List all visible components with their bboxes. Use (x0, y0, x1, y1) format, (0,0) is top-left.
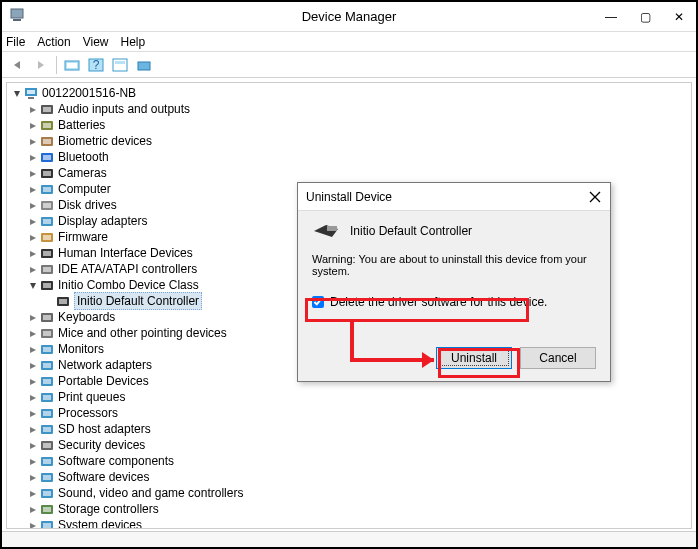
expand-toggle[interactable]: ▸ (27, 229, 39, 245)
node-label: Print queues (58, 389, 125, 405)
tree-node[interactable]: ▸ Batteries (11, 117, 687, 133)
properties-button[interactable] (109, 55, 131, 75)
tree-node[interactable]: ▸ Sound, video and game controllers (11, 485, 687, 501)
expand-toggle[interactable]: ▸ (27, 373, 39, 389)
forward-button[interactable] (30, 55, 52, 75)
svg-rect-17 (43, 139, 51, 144)
svg-rect-61 (43, 491, 51, 496)
category-icon (39, 373, 55, 389)
category-icon (39, 197, 55, 213)
expand-toggle[interactable]: ▸ (27, 245, 39, 261)
dialog-close-button[interactable] (584, 187, 606, 207)
node-label: Processors (58, 405, 118, 421)
expand-toggle[interactable]: ▸ (27, 117, 39, 133)
minimize-button[interactable]: — (594, 2, 628, 32)
menu-view[interactable]: View (83, 35, 109, 49)
node-label: IDE ATA/ATAPI controllers (58, 261, 197, 277)
svg-rect-39 (43, 315, 51, 320)
close-button[interactable]: ✕ (662, 2, 696, 32)
expand-toggle[interactable]: ▸ (27, 309, 39, 325)
menu-help[interactable]: Help (121, 35, 146, 49)
tree-node[interactable]: ▸ Cameras (11, 165, 687, 181)
node-label: Software devices (58, 469, 149, 485)
node-label: Security devices (58, 437, 145, 453)
expand-toggle[interactable]: ▸ (27, 405, 39, 421)
expand-toggle[interactable]: ▸ (27, 181, 39, 197)
cancel-button[interactable]: Cancel (520, 347, 596, 369)
expand-toggle[interactable]: ▸ (27, 213, 39, 229)
tree-node[interactable]: ▸ Print queues (11, 389, 687, 405)
tree-node[interactable]: ▸ Bluetooth (11, 149, 687, 165)
expand-toggle[interactable]: ▸ (27, 133, 39, 149)
category-icon (55, 293, 71, 309)
app-icon (8, 6, 26, 24)
expand-toggle[interactable]: ▸ (27, 261, 39, 277)
uninstall-dialog: Uninstall Device Initio Default Controll… (297, 182, 611, 382)
delete-driver-checkbox[interactable] (312, 296, 324, 308)
help-button[interactable]: ? (85, 55, 107, 75)
expand-toggle[interactable]: ▸ (27, 485, 39, 501)
expand-toggle[interactable]: ▸ (27, 437, 39, 453)
expand-toggle[interactable]: ▸ (27, 453, 39, 469)
category-icon (39, 149, 55, 165)
expand-toggle[interactable]: ▸ (27, 357, 39, 373)
expand-toggle[interactable]: ▸ (27, 341, 39, 357)
expand-toggle[interactable]: ▸ (27, 101, 39, 117)
tree-node[interactable]: ▸ Processors (11, 405, 687, 421)
dialog-title-bar: Uninstall Device (298, 183, 610, 211)
node-label: Initio Combo Device Class (58, 277, 199, 293)
node-label: Mice and other pointing devices (58, 325, 227, 341)
node-label: SD host adapters (58, 421, 151, 437)
category-icon (39, 469, 55, 485)
expand-toggle[interactable]: ▸ (27, 197, 39, 213)
menu-bar: File Action View Help (2, 32, 696, 52)
svg-rect-45 (43, 363, 51, 368)
svg-rect-19 (43, 155, 51, 160)
device-manager-window: Device Manager — ▢ ✕ File Action View He… (0, 0, 698, 549)
tree-node[interactable]: ▸ Audio inputs and outputs (11, 101, 687, 117)
tree-node[interactable]: ▸ Security devices (11, 437, 687, 453)
node-label: Initio Default Controller (74, 292, 202, 310)
category-icon (39, 357, 55, 373)
show-hidden-button[interactable] (61, 55, 83, 75)
node-label: Computer (58, 181, 111, 197)
back-button[interactable] (6, 55, 28, 75)
expand-toggle[interactable]: ▾ (27, 277, 39, 293)
svg-rect-49 (43, 395, 51, 400)
window-controls: — ▢ ✕ (594, 2, 696, 32)
expand-toggle[interactable]: ▸ (27, 325, 39, 341)
node-label: Monitors (58, 341, 104, 357)
toolbar-separator (56, 56, 57, 74)
menu-file[interactable]: File (6, 35, 25, 49)
node-label: Storage controllers (58, 501, 159, 517)
expand-toggle[interactable]: ▸ (27, 149, 39, 165)
dialog-title: Uninstall Device (306, 190, 392, 204)
svg-rect-27 (43, 219, 51, 224)
category-icon (39, 437, 55, 453)
tree-node[interactable]: ▸ Biometric devices (11, 133, 687, 149)
expand-toggle[interactable]: ▸ (27, 469, 39, 485)
expand-toggle[interactable]: ▸ (27, 389, 39, 405)
tree-root-row[interactable]: ▾ 00122001516-NB (11, 85, 687, 101)
uninstall-button[interactable]: Uninstall (436, 347, 512, 369)
menu-action[interactable]: Action (37, 35, 70, 49)
svg-rect-6 (113, 59, 127, 71)
svg-rect-25 (43, 203, 51, 208)
tree-node[interactable]: ▸ Software devices (11, 469, 687, 485)
expand-toggle[interactable]: ▸ (27, 501, 39, 517)
tree-node[interactable]: ▸ System devices (11, 517, 687, 529)
tree-node[interactable]: ▸ SD host adapters (11, 421, 687, 437)
expand-toggle[interactable]: ▸ (27, 421, 39, 437)
scan-button[interactable] (133, 55, 155, 75)
svg-rect-47 (43, 379, 51, 384)
svg-rect-53 (43, 427, 51, 432)
node-label: Bluetooth (58, 149, 109, 165)
expand-toggle[interactable]: ▸ (27, 165, 39, 181)
delete-driver-checkbox-row[interactable]: Delete the driver software for this devi… (312, 295, 596, 309)
node-label: Audio inputs and outputs (58, 101, 190, 117)
tree-node[interactable]: ▸ Storage controllers (11, 501, 687, 517)
expand-toggle[interactable]: ▾ (11, 85, 23, 101)
expand-toggle[interactable]: ▸ (27, 517, 39, 529)
tree-node[interactable]: ▸ Software components (11, 453, 687, 469)
maximize-button[interactable]: ▢ (628, 2, 662, 32)
